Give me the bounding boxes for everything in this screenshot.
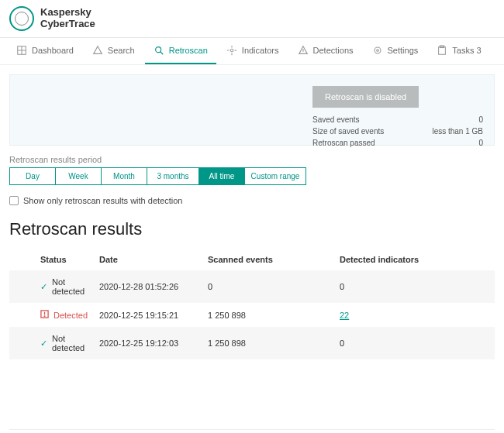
search-icon — [92, 45, 103, 56]
period-tabs: Day Week Month 3 months All time Custom … — [9, 167, 495, 185]
cell-date: 2020-12-25 19:12:03 — [95, 327, 203, 359]
gear-icon — [372, 45, 383, 56]
tab-alltime[interactable]: All time — [198, 167, 245, 185]
status-text: Not detected — [52, 334, 90, 352]
nav-label: Detections — [313, 46, 354, 55]
cell-date: 2020-12-28 01:52:26 — [95, 270, 203, 303]
main-nav: Dashboard Search Retroscan Indicators De… — [0, 38, 504, 65]
filter-row: Show only retroscan results with detecti… — [9, 196, 495, 205]
status-text: Detected — [54, 311, 88, 320]
brand-line1: Kaspersky — [40, 7, 95, 19]
detections-icon — [298, 45, 309, 56]
brand-line2: CyberTrace — [40, 19, 95, 30]
svg-line-5 — [160, 52, 163, 55]
tab-day[interactable]: Day — [9, 167, 56, 185]
th-scanned: Scanned events — [203, 249, 335, 270]
table-row: ✓Not detected 2020-12-25 19:12:03 1 250 … — [9, 327, 495, 359]
stat-saved: Saved events0 — [312, 114, 483, 125]
table-header-row: Status Date Scanned events Detected indi… — [9, 249, 495, 270]
cell-scanned: 1 250 898 — [203, 327, 335, 359]
svg-point-13 — [375, 47, 381, 53]
nav-label: Retroscan — [169, 46, 208, 55]
indicators-icon — [226, 45, 237, 56]
nav-tasks[interactable]: Tasks 3 — [428, 38, 489, 64]
stat-size: Size of saved eventsless than 1 GB — [312, 125, 483, 137]
tasks-icon — [437, 45, 447, 56]
th-status: Status — [9, 249, 95, 270]
cell-detected: 0 — [335, 270, 495, 303]
nav-detections[interactable]: Detections — [289, 38, 362, 64]
tab-custom[interactable]: Custom range — [244, 167, 306, 185]
nav-label: Settings — [388, 46, 419, 55]
detected-link[interactable]: 22 — [340, 311, 349, 320]
nav-indicators[interactable]: Indicators — [218, 38, 288, 64]
cell-date: 2020-12-25 19:15:21 — [95, 303, 203, 327]
nav-search[interactable]: Search — [84, 38, 143, 64]
nav-dashboard[interactable]: Dashboard — [8, 38, 82, 64]
app-header: Kaspersky CyberTrace — [0, 0, 504, 38]
th-date: Date — [95, 249, 203, 270]
brand-text: Kaspersky CyberTrace — [40, 7, 95, 30]
svg-point-6 — [230, 49, 233, 52]
show-only-checkbox[interactable] — [9, 196, 19, 205]
nav-label: Dashboard — [32, 46, 74, 55]
warn-icon — [40, 310, 49, 320]
check-icon: ✓ — [40, 338, 47, 349]
svg-point-14 — [376, 50, 378, 52]
dashboard-icon — [16, 45, 27, 56]
nav-label: Indicators — [242, 46, 279, 55]
status-text: Not detected — [52, 277, 90, 296]
tab-week[interactable]: Week — [55, 167, 102, 185]
check-icon: ✓ — [40, 282, 47, 292]
cell-scanned: 1 250 898 — [203, 303, 335, 327]
table-row: Detected 2020-12-25 19:15:21 1 250 898 2… — [9, 303, 495, 327]
footer: Kaspersky CyberTrace v4.0.1.319 © 2021 A… — [9, 429, 495, 433]
tab-month[interactable]: Month — [101, 167, 147, 185]
svg-point-4 — [155, 47, 161, 53]
show-only-label: Show only retroscan results with detecti… — [23, 196, 182, 205]
status-panel: Retroscan is disabled Saved events0 Size… — [9, 74, 495, 146]
svg-point-19 — [44, 316, 45, 317]
nav-retroscan[interactable]: Retroscan — [145, 38, 216, 64]
retroscan-icon — [154, 45, 164, 56]
period-label: Retroscan results period — [9, 155, 495, 164]
table-row: ✓Not detected 2020-12-28 01:52:26 0 0 — [9, 270, 495, 303]
results-table: Status Date Scanned events Detected indi… — [9, 249, 495, 359]
nav-label: Search — [108, 46, 135, 55]
cell-scanned: 0 — [203, 270, 335, 303]
svg-rect-15 — [439, 47, 446, 55]
svg-marker-3 — [94, 46, 102, 54]
logo-icon — [9, 6, 34, 31]
cell-detected: 0 — [335, 327, 495, 359]
tab-3months[interactable]: 3 months — [147, 167, 199, 185]
stat-passed: Retroscan passed0 — [312, 137, 483, 149]
nav-label: Tasks 3 — [452, 46, 481, 55]
nav-settings[interactable]: Settings — [364, 38, 427, 64]
th-detected: Detected indicators — [335, 249, 495, 270]
results-heading: Retroscan results — [9, 219, 495, 239]
brand: Kaspersky CyberTrace — [9, 6, 95, 31]
retroscan-disabled-button: Retroscan is disabled — [312, 86, 419, 108]
